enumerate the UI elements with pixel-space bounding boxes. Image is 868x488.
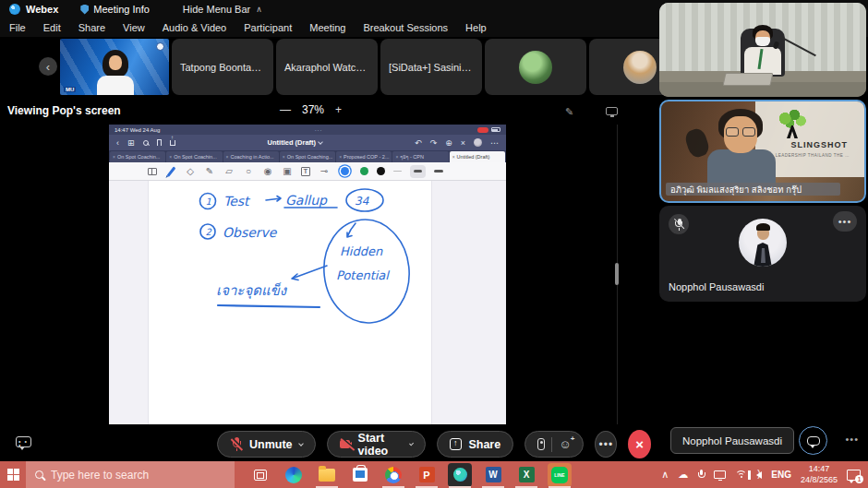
chrome-button[interactable]: [377, 461, 410, 488]
start-video-button[interactable]: Start video: [327, 431, 427, 458]
undo-icon[interactable]: ↶: [415, 138, 422, 148]
bookmark-icon[interactable]: [157, 139, 162, 146]
participant-tile[interactable]: [485, 39, 586, 95]
chevron-down-icon[interactable]: [298, 441, 304, 446]
menu-file[interactable]: File: [9, 22, 26, 33]
participant-video-tile[interactable]: MU: [60, 39, 169, 95]
viewing-bar: Viewing Pop's screen — 37% + ✎: [0, 97, 656, 125]
onedrive-icon[interactable]: ☁: [678, 469, 688, 481]
annotate-icon[interactable]: ✎: [565, 106, 573, 118]
account-avatar[interactable]: [474, 138, 482, 147]
pointer-tool-icon[interactable]: ◉: [262, 165, 273, 178]
share-button[interactable]: Share: [437, 431, 513, 458]
add-page-icon[interactable]: ⊕: [445, 138, 452, 148]
participant-tile[interactable]: Tatpong Boontawon: [172, 39, 273, 95]
leave-meeting-button[interactable]: ×: [628, 430, 651, 458]
meeting-info-label[interactable]: Meeting Info: [93, 4, 150, 15]
document-tab[interactable]: ×ๆยๆ - CPN: [392, 151, 448, 162]
scrollbar-thumb[interactable]: [615, 263, 619, 285]
video-tile-participant-3[interactable]: ••• Nopphol Pausawasdi: [659, 206, 866, 302]
excel-button[interactable]: X: [510, 461, 543, 488]
document-tab[interactable]: ×Proposed COP - 2...: [336, 151, 392, 162]
menu-audio-video[interactable]: Audio & Video: [163, 22, 227, 33]
taskbar-search[interactable]: [26, 461, 235, 488]
share-icon[interactable]: [170, 140, 175, 146]
edge-button[interactable]: [277, 461, 310, 488]
tray-mic-icon[interactable]: [697, 470, 705, 480]
recorder-icon[interactable]: [537, 438, 545, 450]
word-button[interactable]: W: [476, 461, 510, 488]
file-explorer-button[interactable]: [310, 461, 344, 488]
zoom-in-button[interactable]: +: [335, 103, 342, 116]
document-tab[interactable]: ×On Spot Coachin...: [166, 151, 222, 162]
chat-icon[interactable]: • • •: [16, 436, 31, 447]
document-tab[interactable]: ×On Spot Coaching...: [280, 151, 335, 162]
color-blue-swatch[interactable]: [341, 167, 349, 175]
eraser-tool-icon[interactable]: ◇: [185, 165, 196, 178]
menu-view[interactable]: View: [123, 22, 145, 33]
menu-participant[interactable]: Participant: [244, 22, 292, 33]
start-button[interactable]: [0, 461, 26, 488]
close-icon[interactable]: ×: [461, 138, 465, 148]
shapes-tool-icon[interactable]: ▱: [223, 165, 235, 178]
reactions-icon[interactable]: ☺: [559, 438, 571, 450]
image-tool-icon[interactable]: ▣: [282, 165, 293, 178]
store-button[interactable]: [344, 461, 377, 488]
more-icon[interactable]: ⋯: [490, 138, 499, 148]
stroke-medium-option[interactable]: [410, 165, 426, 178]
tray-expand-icon[interactable]: ∧: [661, 469, 669, 481]
filmstrip-scroll-left-button[interactable]: ‹: [39, 57, 57, 76]
zoom-out-button[interactable]: —: [280, 103, 291, 116]
lasso-tool-icon[interactable]: ○: [243, 165, 254, 178]
link-tool-icon[interactable]: ⊸: [319, 165, 330, 178]
document-tab-active[interactable]: ×Untitled (Draft): [450, 151, 505, 162]
color-black-swatch[interactable]: [377, 167, 385, 175]
search-icon[interactable]: [143, 140, 149, 146]
highlighter-tool-icon[interactable]: ✎: [204, 165, 215, 178]
speaker-icon[interactable]: [756, 471, 762, 479]
task-view-button[interactable]: [244, 461, 277, 488]
chat-bubble-button[interactable]: [799, 426, 827, 455]
whiteboard-canvas[interactable]: 1 Test Gallup 34 2 Observe Hidden Potent…: [109, 181, 506, 424]
panel-more-icon[interactable]: •••: [845, 434, 859, 445]
document-tab[interactable]: ×On Spot Coachin...: [110, 151, 165, 162]
powerpoint-button[interactable]: P: [410, 461, 443, 488]
more-options-button[interactable]: •••: [595, 431, 617, 458]
menu-meeting[interactable]: Meeting: [309, 22, 345, 33]
unmute-button[interactable]: Unmute: [217, 431, 316, 458]
video-tile-active-speaker[interactable]: SLINGSHOT LEADERSHIP THAILAND THE … อภิว…: [659, 100, 866, 203]
app-brand: Webex: [26, 4, 58, 15]
back-icon[interactable]: ‹: [116, 138, 119, 148]
line-app-button[interactable]: LINE: [543, 461, 576, 488]
stroke-thick-option[interactable]: [434, 170, 443, 173]
menu-edit[interactable]: Edit: [43, 22, 61, 33]
tray-display-icon[interactable]: [714, 470, 726, 479]
chevron-down-icon[interactable]: [409, 441, 414, 446]
webex-app-button[interactable]: [443, 461, 476, 488]
color-green-swatch[interactable]: [360, 167, 368, 175]
taskbar-clock[interactable]: 14:47 24/8/2565: [801, 464, 838, 485]
grid-icon[interactable]: ⊞: [127, 138, 135, 148]
search-icon: [35, 470, 43, 479]
hide-menu-bar-button[interactable]: Hide Menu Bar: [183, 4, 250, 15]
participant-tile[interactable]: [SiData+] Sasinipa Utha...: [380, 39, 482, 95]
record-reactions-group[interactable]: ☺: [524, 431, 584, 458]
tile-more-button[interactable]: •••: [833, 211, 857, 232]
video-tile-participant-1[interactable]: [659, 3, 866, 97]
page-panel-icon[interactable]: [148, 168, 157, 175]
redo-icon[interactable]: ↷: [430, 138, 438, 148]
display-icon[interactable]: [606, 107, 618, 115]
pen-tool-icon[interactable]: [166, 166, 175, 176]
search-input[interactable]: [51, 469, 217, 482]
menu-share[interactable]: Share: [78, 22, 105, 33]
stroke-thin-option[interactable]: [393, 171, 402, 172]
wifi-icon[interactable]: [735, 470, 747, 480]
notification-icon[interactable]: 1: [847, 470, 861, 481]
participant-tile[interactable]: Akaraphol Watcharawipas: [276, 39, 378, 95]
menu-help[interactable]: Help: [465, 22, 487, 33]
menu-breakout-sessions[interactable]: Breakout Sessions: [363, 22, 448, 33]
document-tab[interactable]: ×Coaching in Actio...: [223, 151, 279, 162]
language-indicator[interactable]: ENG: [771, 470, 791, 480]
text-tool-icon[interactable]: T: [301, 167, 310, 176]
document-title[interactable]: Untitled (Draft): [268, 138, 323, 147]
